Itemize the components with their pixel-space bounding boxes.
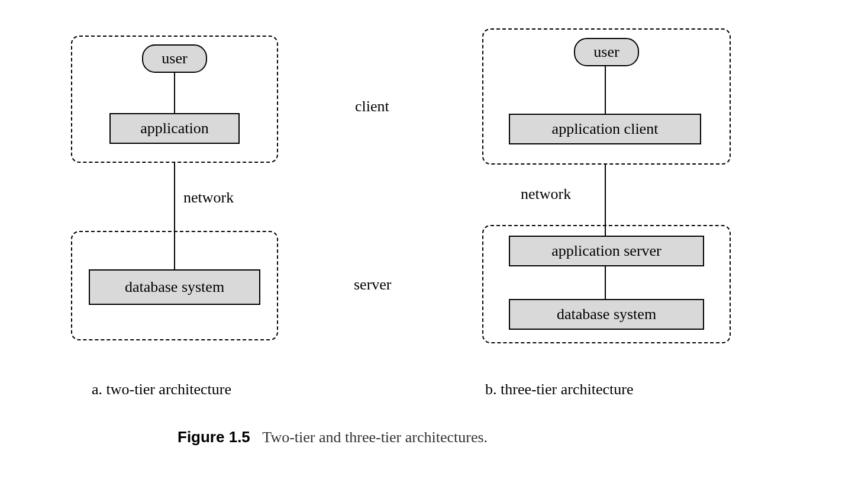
right-line-user-appclient: [605, 66, 606, 114]
left-application-label: application: [140, 120, 209, 137]
figure-number: Figure 1.5: [178, 428, 250, 446]
left-user-label: user: [162, 50, 187, 67]
middle-client-label: client: [355, 98, 389, 115]
right-database-label: database system: [557, 305, 656, 323]
right-user-node: user: [574, 38, 639, 66]
right-line-appserver-db: [605, 266, 606, 299]
diagram-canvas: user application network database system…: [59, 24, 805, 474]
left-caption: a. two-tier architecture: [92, 381, 231, 398]
right-appclient-node: application client: [509, 114, 701, 144]
left-network-label: network: [183, 189, 234, 207]
figure-caption: Figure 1.5 Two-tier and three-tier archi…: [178, 428, 488, 446]
left-database-label: database system: [125, 278, 224, 296]
right-appserver-node: application server: [509, 236, 704, 266]
left-application-node: application: [109, 113, 240, 144]
right-appclient-label: application client: [552, 120, 659, 138]
right-network-label: network: [521, 185, 571, 203]
right-appserver-label: application server: [551, 242, 662, 260]
figure-title: Two-tier and three-tier architectures.: [262, 429, 488, 446]
right-user-label: user: [593, 43, 619, 61]
left-user-node: user: [142, 44, 207, 73]
right-database-node: database system: [509, 299, 704, 330]
left-line-user-app: [174, 73, 175, 113]
right-caption: b. three-tier architecture: [485, 381, 633, 398]
left-database-node: database system: [89, 269, 260, 305]
middle-server-label: server: [354, 276, 392, 294]
